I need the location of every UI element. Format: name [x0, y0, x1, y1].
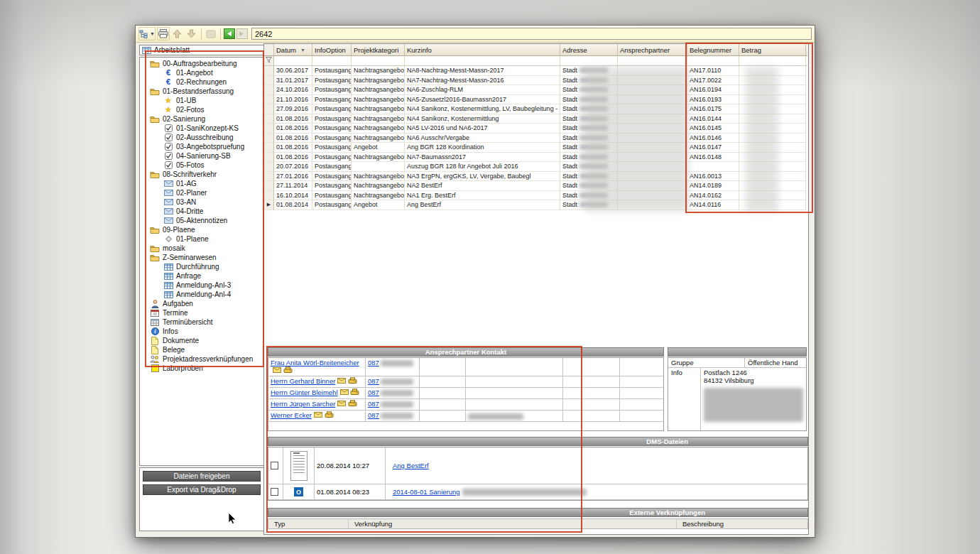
contact-phone-link[interactable]: 087: [368, 359, 379, 366]
tree-item[interactable]: 01-Plaene: [140, 234, 263, 244]
tree-item[interactable]: Anmeldung-Anl-4: [140, 290, 263, 299]
move-down-button[interactable]: [185, 27, 198, 40]
contact-name-link[interactable]: Werner Ecker: [271, 411, 312, 419]
contact-name-link[interactable]: Herrn Günter Bleimehl: [271, 389, 338, 396]
contact-phone-link[interactable]: 087: [368, 411, 379, 419]
grid-column-header[interactable]: Betrag: [739, 44, 806, 55]
contact-name-link[interactable]: Frau Anita Wörl-Breiteneicher: [271, 359, 359, 366]
navigate-forward-button[interactable]: [236, 28, 248, 39]
row-selector[interactable]: ▶: [264, 200, 274, 210]
grid-column-header[interactable]: Belegnummer: [687, 44, 739, 55]
contact-name-link[interactable]: Herrn Gerhard Binner: [271, 377, 335, 385]
row-selector[interactable]: [264, 143, 274, 153]
row-selector[interactable]: [264, 66, 274, 76]
grid-column-header[interactable]: InfoOption: [312, 44, 352, 55]
tree-item[interactable]: 02-Planer: [140, 188, 263, 197]
table-row[interactable]: 01.08.2016PostausgangNachtragsangeboNA5 …: [264, 124, 807, 134]
navigate-back-button[interactable]: [224, 28, 235, 39]
row-selector[interactable]: [264, 134, 274, 143]
tree-item[interactable]: Projektadressverknüpfungen: [140, 354, 263, 364]
table-row[interactable]: ▶01.08.2014PostausgangAngebotAng BestErf…: [264, 200, 807, 210]
grid-column-header[interactable]: Adresse: [560, 44, 618, 55]
tree-item[interactable]: Z-Seminarwesen: [140, 253, 263, 262]
filter-cell[interactable]: [687, 56, 739, 65]
tree-item[interactable]: Durchführung: [140, 262, 263, 271]
row-selector[interactable]: [264, 191, 274, 201]
record-number-input[interactable]: [251, 28, 812, 40]
document-thumbnail[interactable]: [290, 451, 307, 481]
grid-column-header[interactable]: Projektkategori: [352, 44, 405, 55]
phone-icon[interactable]: [348, 377, 357, 385]
grid-column-header[interactable]: Kurzinfo: [405, 44, 560, 55]
tree-item[interactable]: 01-Bestandserfassung: [140, 87, 263, 96]
tree-item[interactable]: €01-Angebot: [140, 68, 263, 77]
table-row[interactable]: 01.08.2016PostausgangNachtragsangeboNA4 …: [264, 114, 807, 124]
table-row[interactable]: 27.01.2016PostausgangNachtragsangeboNA3 …: [264, 172, 807, 182]
email-icon[interactable]: [273, 366, 281, 374]
tree-item[interactable]: 03-AN: [140, 197, 263, 207]
table-row[interactable]: 20.07.2016PostausgangAuszug BGR 128 für …: [264, 162, 807, 172]
contact-phone-link[interactable]: 087: [368, 377, 379, 385]
tree-item[interactable]: 04-Dritte: [140, 207, 263, 216]
filter-cell[interactable]: [352, 56, 405, 65]
tree-item[interactable]: 02-Ausschreibung: [140, 133, 263, 142]
table-row[interactable]: 31.01.2017PostausgangNachtragsangeboNA7-…: [264, 76, 807, 86]
tree-item[interactable]: Aufgaben: [140, 299, 263, 308]
contact-phone-link[interactable]: 087: [368, 389, 379, 396]
email-icon[interactable]: [340, 389, 349, 396]
row-selector[interactable]: [264, 181, 274, 191]
grid-column-header[interactable]: Ansprechpartner: [618, 44, 687, 55]
row-selector[interactable]: [264, 153, 274, 163]
dms-file-link[interactable]: Ang BestErf: [393, 462, 429, 469]
email-icon[interactable]: [337, 377, 346, 385]
table-row[interactable]: 24.10.2016PostausgangNachtragsangeboNA6-…: [264, 85, 807, 95]
dms-checkbox[interactable]: [271, 462, 278, 469]
table-row[interactable]: 01.08.2016PostausgangNachtragsangeboNA7-…: [264, 153, 807, 163]
table-row[interactable]: 01.08.2016PostausgangAngebotAng BGR 128 …: [264, 143, 807, 153]
row-selector[interactable]: [264, 114, 274, 124]
row-selector[interactable]: [264, 104, 274, 114]
contact-name-link[interactable]: Herrn Jürgen Sarcher: [271, 400, 335, 408]
row-selector[interactable]: [264, 162, 274, 172]
filter-cell[interactable]: [618, 56, 687, 65]
row-selector[interactable]: [264, 95, 274, 105]
tree-item[interactable]: €02-Rechnungen: [140, 77, 263, 87]
tree-item[interactable]: 08-Schriftverkehr: [140, 170, 263, 179]
tree-item[interactable]: Anfrage: [140, 271, 263, 281]
move-up-button[interactable]: [171, 27, 184, 40]
phone-icon[interactable]: [325, 411, 334, 419]
row-selector[interactable]: [264, 172, 274, 182]
table-row[interactable]: 01.08.2016PostausgangNachtragsangeboNA6 …: [264, 134, 807, 143]
row-selector[interactable]: [264, 76, 274, 86]
email-icon[interactable]: [337, 400, 346, 408]
tree-item[interactable]: 09-Plaene: [140, 225, 263, 234]
row-selector[interactable]: [264, 124, 274, 134]
tree-item[interactable]: 00-Auftragsbearbeitung: [140, 59, 263, 68]
grid-column-header[interactable]: Datum▼: [274, 44, 312, 55]
contact-phone-link[interactable]: 087: [368, 400, 379, 408]
filter-cell[interactable]: [739, 56, 806, 65]
phone-icon[interactable]: [348, 400, 357, 408]
release-files-button[interactable]: Dateien freigeben: [143, 471, 261, 482]
tree-item[interactable]: Anmeldung-Anl-3: [140, 281, 263, 290]
filter-cell[interactable]: [560, 56, 618, 65]
filter-cell[interactable]: [405, 56, 560, 65]
tree-item[interactable]: iInfos: [140, 327, 263, 336]
table-row[interactable]: 30.06.2017PostausgangNachtragsangeboNA8-…: [264, 66, 807, 76]
table-row[interactable]: 16.10.2014PostausgangNachtragsangeboNA1 …: [264, 191, 807, 201]
tree-item[interactable]: Dokumente: [140, 336, 263, 345]
dms-checkbox[interactable]: [271, 488, 278, 496]
filter-cell[interactable]: [274, 56, 312, 65]
tree-item[interactable]: Belege: [140, 345, 263, 354]
tree-item[interactable]: 04-Sanierung-SB: [140, 151, 263, 161]
export-dragdrop-button[interactable]: Export via Drag&Drop: [143, 484, 261, 495]
tree-item[interactable]: ★01-UB: [140, 96, 263, 105]
tree-item[interactable]: 05-Aktennotizen: [140, 216, 263, 225]
tree-item[interactable]: 01-SaniKonzept-KS: [140, 124, 263, 133]
phone-icon[interactable]: [350, 389, 359, 396]
disabled-tool-button[interactable]: [205, 27, 217, 40]
tree-view-button[interactable]: ▼: [138, 27, 156, 40]
row-selector[interactable]: [264, 85, 274, 95]
tree-item[interactable]: 01-AG: [140, 179, 263, 188]
print-button[interactable]: [157, 27, 170, 40]
